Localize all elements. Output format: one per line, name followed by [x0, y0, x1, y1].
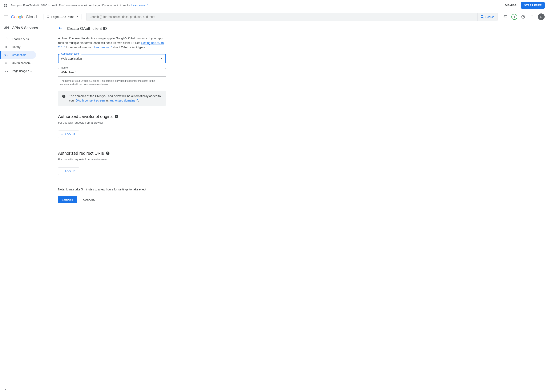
authorized-domains-link[interactable]: authorized domains [109, 99, 138, 102]
hamburger-menu-icon[interactable] [3, 14, 8, 19]
avatar[interactable]: S [538, 14, 545, 20]
trial-message-text: Start your Free Trial with $300 in credi… [11, 4, 131, 7]
sidebar-item-library[interactable]: Library [0, 43, 53, 51]
name-field: Name * [58, 68, 166, 77]
dismiss-button[interactable]: DISMISS [502, 2, 519, 9]
info-icon [62, 94, 66, 98]
svg-rect-18 [5, 46, 5, 48]
oauth-consent-screen-link[interactable]: OAuth consent screen [76, 99, 105, 102]
sidebar-item-oauth-consent[interactable]: OAuth consen… [0, 59, 53, 67]
search-icon [480, 15, 484, 19]
svg-point-30 [64, 95, 64, 96]
svg-point-15 [5, 39, 5, 39]
svg-point-5 [48, 15, 49, 16]
sidebar-collapse-icon[interactable] [4, 388, 7, 392]
svg-point-14 [6, 37, 7, 38]
svg-rect-1 [6, 4, 7, 6]
trial-learn-more-link[interactable]: Learn more [131, 4, 148, 7]
svg-point-27 [7, 71, 7, 72]
sidebar-item-enabled-apis[interactable]: Enabled APIs … [0, 35, 53, 43]
plus-icon: + [61, 169, 63, 173]
create-button[interactable]: CREATE [58, 196, 77, 203]
trial-banner: Start your Free Trial with $300 in credi… [0, 0, 548, 11]
header-icons: 1 S [503, 14, 545, 20]
learn-more-link[interactable]: Learn more [94, 46, 112, 49]
app-header: Google Cloud Logto SSO Demo Search 1 S [0, 11, 548, 23]
note-text: Note: It may take 5 minutes to a few hou… [58, 188, 166, 191]
svg-point-16 [7, 39, 7, 39]
js-origins-subtitle: For use with requests from a browser [58, 121, 166, 124]
project-picker[interactable]: Logto SSO Demo [43, 14, 81, 20]
svg-rect-26 [6, 63, 7, 64]
dashboard-icon [4, 37, 8, 41]
info-text: The domains of the URIs you add below wi… [69, 94, 162, 103]
svg-rect-3 [6, 6, 7, 7]
svg-rect-22 [5, 62, 6, 63]
page-title-bar: Create OAuth client ID [53, 23, 548, 34]
application-type-field: Application type * Web application [58, 54, 166, 63]
google-cloud-logo[interactable]: Google Cloud [11, 14, 37, 19]
add-js-origin-button[interactable]: + ADD URI [58, 131, 79, 138]
help-icon[interactable] [520, 14, 526, 20]
svg-point-17 [6, 40, 7, 40]
sidebar-item-label: Page usage a… [12, 69, 32, 72]
application-type-label: Application type * [60, 52, 81, 55]
svg-rect-20 [7, 46, 7, 48]
application-type-select[interactable]: Web application [58, 54, 166, 63]
svg-rect-23 [6, 62, 7, 63]
api-icon: API [4, 26, 9, 30]
usage-icon [4, 69, 8, 73]
consent-icon [4, 61, 8, 65]
sidebar-item-label: Library [12, 45, 20, 49]
project-icon [46, 15, 50, 19]
cancel-button[interactable]: CANCEL [79, 196, 99, 203]
svg-rect-29 [64, 96, 64, 97]
name-input[interactable] [58, 68, 166, 77]
start-free-button[interactable]: START FREE [521, 2, 545, 9]
name-label: Name * [60, 66, 70, 69]
sidebar-nav: Enabled APIs … Library Credentials OAuth… [0, 33, 53, 77]
more-options-icon[interactable] [529, 14, 535, 20]
notifications-badge[interactable]: 1 [511, 14, 517, 20]
info-box: The domains of the URIs you add below wi… [58, 91, 166, 106]
search-container: Search [87, 13, 498, 21]
help-icon[interactable]: ? [106, 152, 109, 155]
svg-point-6 [47, 17, 48, 18]
chevron-down-icon [76, 15, 79, 19]
svg-point-12 [532, 16, 532, 17]
sidebar-item-label: Credentials [12, 53, 26, 56]
add-redirect-uri-button[interactable]: + ADD URI [58, 167, 79, 175]
chevron-down-icon [160, 57, 163, 60]
sidebar: API APIs & Services Enabled APIs … Libra… [0, 23, 53, 392]
svg-rect-25 [5, 63, 6, 64]
plus-icon: + [61, 132, 63, 137]
cloud-shell-icon[interactable] [503, 14, 508, 20]
redirect-uris-title: Authorized redirect URIs ? [58, 151, 166, 156]
js-origins-title: Authorized JavaScript origins ? [58, 114, 166, 119]
name-helper-text: The name of your OAuth 2.0 client. This … [58, 78, 166, 86]
svg-point-7 [48, 17, 49, 18]
svg-point-4 [47, 15, 48, 16]
back-arrow-icon[interactable] [58, 26, 63, 31]
search-input[interactable] [87, 13, 477, 21]
project-name: Logto SSO Demo [51, 15, 74, 19]
trial-message: Start your Free Trial with $300 in credi… [11, 4, 502, 7]
svg-rect-19 [6, 46, 6, 48]
key-icon [4, 53, 8, 57]
svg-point-8 [481, 15, 483, 18]
svg-rect-9 [504, 15, 507, 18]
page-title: Create OAuth client ID [67, 26, 107, 31]
svg-point-13 [532, 18, 532, 18]
application-type-value: Web application [61, 57, 82, 60]
sidebar-title: APIs & Services [12, 26, 38, 30]
svg-rect-24 [7, 62, 7, 63]
gift-icon [3, 3, 7, 7]
search-button[interactable]: Search [477, 13, 497, 21]
sidebar-item-page-usage[interactable]: Page usage a… [0, 67, 53, 75]
svg-rect-2 [4, 6, 6, 7]
svg-rect-0 [4, 4, 6, 6]
help-icon[interactable]: ? [115, 115, 118, 118]
action-row: CREATE CANCEL [58, 196, 166, 203]
sidebar-item-label: OAuth consen… [12, 61, 33, 64]
sidebar-item-credentials[interactable]: Credentials [0, 51, 36, 59]
